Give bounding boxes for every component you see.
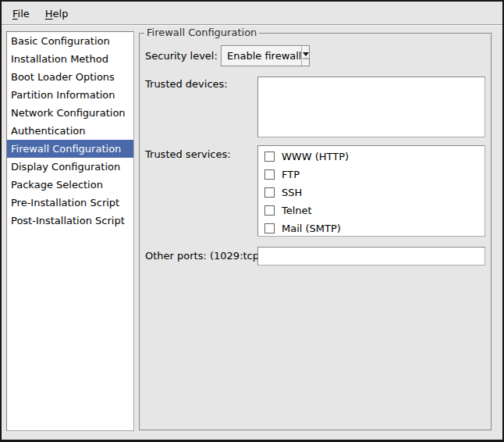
checkbox-unchecked-icon[interactable]	[264, 169, 275, 180]
service-row[interactable]: Mail (SMTP)	[258, 219, 484, 237]
sidebar-item[interactable]: Display Configuration	[7, 158, 133, 176]
service-row[interactable]: Telnet	[258, 201, 484, 219]
sidebar-item[interactable]: Boot Loader Options	[7, 68, 133, 86]
checkbox-unchecked-icon[interactable]	[264, 151, 275, 162]
sidebar-item[interactable]: Installation Method	[7, 50, 133, 68]
checkbox-unchecked-icon[interactable]	[264, 205, 275, 216]
checkbox-unchecked-icon[interactable]	[264, 187, 275, 198]
service-row[interactable]: WWW (HTTP)	[258, 148, 484, 166]
dropdown-arrow-icon	[301, 46, 309, 66]
frame-title: Firewall Configuration	[144, 27, 259, 38]
menubar: FileHelp	[5, 3, 76, 24]
trusted-services-label: Trusted services:	[145, 148, 231, 160]
sidebar-item[interactable]: Basic Configuration	[7, 32, 133, 50]
other-ports-input[interactable]	[257, 247, 485, 266]
sidebar-item[interactable]: Post-Installation Script	[7, 212, 133, 230]
kickstart-configurator-window: FileHelp Basic ConfigurationInstallation…	[0, 0, 504, 442]
sidebar-item[interactable]: Network Configuration	[7, 104, 133, 122]
sidebar-item[interactable]: Pre-Installation Script	[7, 194, 133, 212]
sidebar-item[interactable]: Authentication	[7, 122, 133, 140]
service-label: Telnet	[282, 205, 312, 216]
trusted-devices-label: Trusted devices:	[145, 78, 228, 90]
service-label: FTP	[282, 169, 300, 180]
trusted-devices-list[interactable]	[257, 77, 485, 137]
menubar-item-help[interactable]: Help	[37, 5, 76, 23]
menubar-item-file[interactable]: File	[5, 5, 37, 23]
service-label: Mail (SMTP)	[282, 223, 341, 234]
sidebar-item[interactable]: Package Selection	[7, 176, 133, 194]
service-row[interactable]: FTP	[258, 166, 484, 184]
sidebar-item[interactable]: Partition Information	[7, 86, 133, 104]
menubar-separator	[2, 24, 502, 26]
trusted-services-list[interactable]: WWW (HTTP)FTPSSHTelnetMail (SMTP)	[257, 145, 485, 237]
config-section-list[interactable]: Basic ConfigurationInstallation MethodBo…	[6, 31, 134, 431]
sidebar-item[interactable]: Firewall Configuration	[7, 140, 133, 158]
service-label: SSH	[282, 187, 302, 198]
other-ports-label: Other ports: (1029:tcp)	[145, 247, 263, 266]
service-label: WWW (HTTP)	[282, 151, 349, 162]
security-level-select[interactable]: Enable firewall	[221, 45, 310, 66]
checkbox-unchecked-icon[interactable]	[264, 223, 275, 233]
security-level-value: Enable firewall	[222, 46, 301, 66]
firewall-configuration-frame: Firewall Configuration Security level: E…	[139, 33, 492, 431]
service-row[interactable]: SSH	[258, 184, 484, 201]
security-level-label: Security level:	[145, 45, 218, 66]
